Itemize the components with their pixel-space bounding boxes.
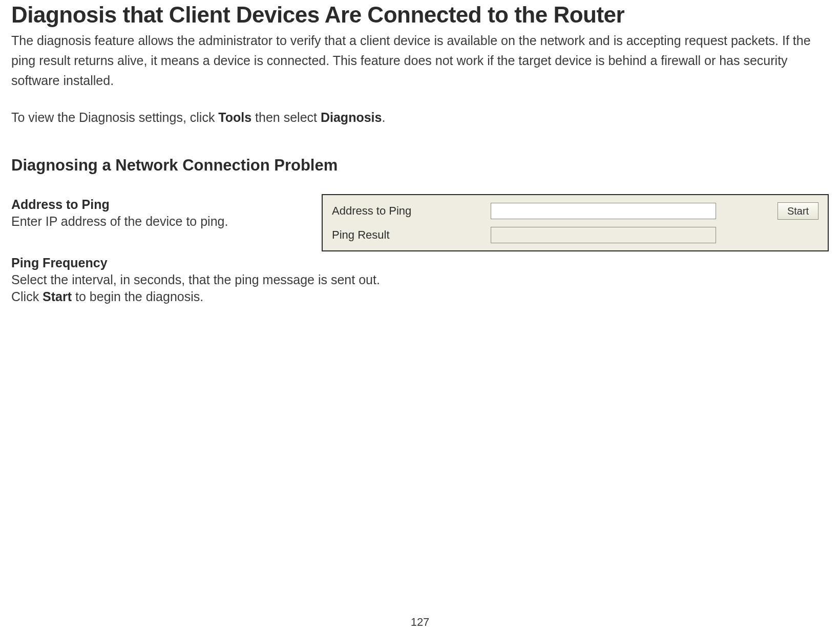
start-instruction: Click Start to begin the diagnosis. — [11, 289, 829, 304]
section-subtitle: Diagnosing a Network Connection Problem — [11, 156, 829, 175]
address-to-ping-title: Address to Ping — [11, 197, 228, 212]
address-to-ping-desc: Enter IP address of the device to ping. — [11, 214, 228, 229]
start-button[interactable]: Start — [778, 202, 818, 220]
start-prefix: Click — [11, 289, 43, 304]
ping-frequency-title: Ping Frequency — [11, 256, 829, 270]
panel-result-label: Ping Result — [332, 228, 491, 242]
start-bold: Start — [43, 289, 72, 304]
page-number: 127 — [0, 616, 840, 629]
address-input[interactable] — [491, 203, 716, 219]
intro-paragraph: The diagnosis feature allows the adminis… — [11, 31, 821, 90]
nav-tools-bold: Tools — [218, 110, 251, 124]
panel-address-label: Address to Ping — [332, 204, 491, 218]
start-suffix: to begin the diagnosis. — [72, 289, 203, 304]
nav-mid: then select — [251, 110, 321, 124]
nav-instruction: To view the Diagnosis settings, click To… — [11, 108, 829, 128]
panel-row-address: Address to Ping Start — [332, 202, 818, 220]
nav-prefix: To view the Diagnosis settings, click — [11, 110, 218, 124]
nav-diagnosis-bold: Diagnosis — [321, 110, 382, 124]
panel-row-result: Ping Result — [332, 227, 818, 243]
nav-suffix: . — [382, 110, 385, 124]
ping-frequency-desc: Select the interval, in seconds, that th… — [11, 272, 829, 287]
ping-result-output — [491, 227, 716, 243]
ping-panel: Address to Ping Start Ping Result — [322, 194, 829, 251]
page-title: Diagnosis that Client Devices Are Connec… — [11, 2, 829, 28]
